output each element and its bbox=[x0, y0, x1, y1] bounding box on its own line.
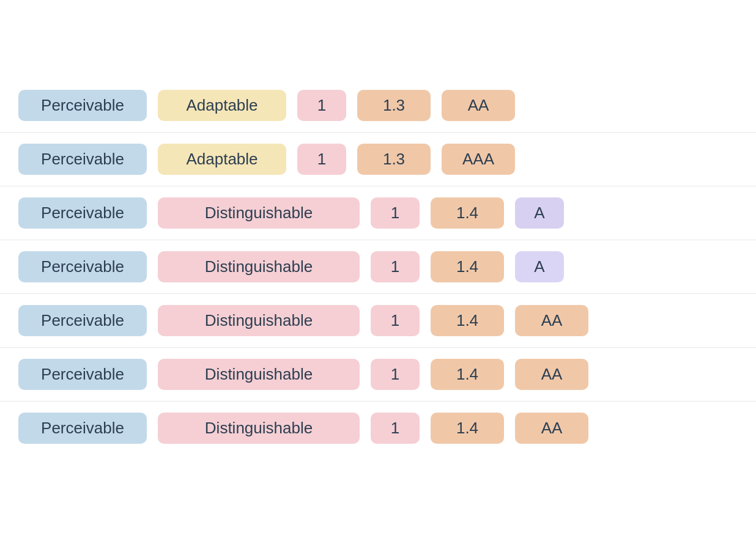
guideline-badge: Distinguishable bbox=[158, 359, 360, 390]
guideline-badge: Distinguishable bbox=[158, 197, 360, 229]
number-badge: 1 bbox=[371, 251, 420, 282]
table-row: PerceivableDistinguishable11.4A bbox=[0, 186, 756, 240]
table-row: PerceivableDistinguishable11.4AA bbox=[0, 402, 756, 455]
version-badge: 1.3 bbox=[357, 144, 431, 175]
level-badge: AA bbox=[515, 413, 588, 444]
table-row: PerceivableAdaptable11.3AA bbox=[0, 79, 756, 133]
table-row: PerceivableDistinguishable11.4AA bbox=[0, 294, 756, 348]
principle-badge: Perceivable bbox=[18, 197, 147, 229]
guideline-badge: Adaptable bbox=[158, 144, 286, 175]
level-badge: AA bbox=[442, 90, 515, 121]
principle-badge: Perceivable bbox=[18, 90, 147, 121]
principle-badge: Perceivable bbox=[18, 413, 147, 444]
number-badge: 1 bbox=[297, 144, 346, 175]
version-badge: 1.4 bbox=[431, 413, 504, 444]
level-badge: A bbox=[515, 251, 564, 282]
guideline-badge: Distinguishable bbox=[158, 251, 360, 282]
table-row: PerceivableDistinguishable11.4AA bbox=[0, 348, 756, 402]
table-row: PerceivableAdaptable11.3AAA bbox=[0, 133, 756, 186]
number-badge: 1 bbox=[297, 90, 346, 121]
guideline-badge: Adaptable bbox=[158, 90, 286, 121]
guideline-badge: Distinguishable bbox=[158, 413, 360, 444]
number-badge: 1 bbox=[371, 197, 420, 229]
level-badge: A bbox=[515, 197, 564, 229]
principle-badge: Perceivable bbox=[18, 251, 147, 282]
version-badge: 1.3 bbox=[357, 90, 431, 121]
version-badge: 1.4 bbox=[431, 359, 504, 390]
number-badge: 1 bbox=[371, 413, 420, 444]
number-badge: 1 bbox=[371, 359, 420, 390]
version-badge: 1.4 bbox=[431, 305, 504, 336]
number-badge: 1 bbox=[371, 305, 420, 336]
level-badge: AA bbox=[515, 359, 588, 390]
level-badge: AAA bbox=[442, 144, 515, 175]
principle-badge: Perceivable bbox=[18, 144, 147, 175]
version-badge: 1.4 bbox=[431, 197, 504, 229]
table-container: PerceivableAdaptable11.3AAPerceivableAda… bbox=[0, 79, 756, 455]
principle-badge: Perceivable bbox=[18, 305, 147, 336]
principle-badge: Perceivable bbox=[18, 359, 147, 390]
table-row: PerceivableDistinguishable11.4A bbox=[0, 240, 756, 294]
level-badge: AA bbox=[515, 305, 588, 336]
guideline-badge: Distinguishable bbox=[158, 305, 360, 336]
version-badge: 1.4 bbox=[431, 251, 504, 282]
